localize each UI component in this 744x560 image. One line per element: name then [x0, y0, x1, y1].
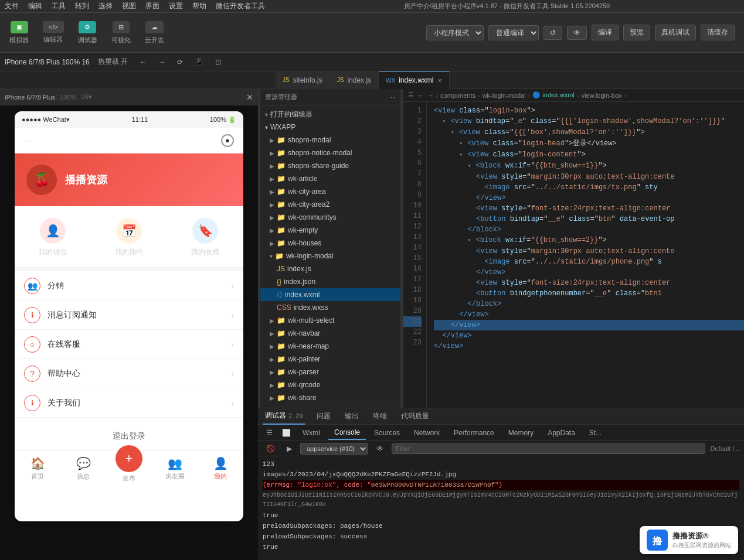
- tree-index-json[interactable]: {} index.json: [260, 275, 400, 288]
- tab-index-wxml[interactable]: WX index.wxml ✕: [379, 71, 449, 89]
- cloud-button[interactable]: ☁: [145, 21, 164, 33]
- tree-shopro-notice[interactable]: ▶ 📁 shopro-notice-modal: [260, 146, 400, 159]
- memory-tab-label: Memory: [508, 429, 534, 437]
- chevron-right-icon-15: ▶: [270, 382, 274, 388]
- menu-interface[interactable]: 界面: [145, 1, 159, 11]
- phone-btn[interactable]: 📱: [191, 57, 207, 67]
- file-tree-more-icon[interactable]: ···: [390, 94, 396, 101]
- code-breadcrumb: ☰ ← → / components › wk-login-modal › 🔵 …: [403, 89, 744, 102]
- menu-wechat-tools[interactable]: 微信开发者工具: [216, 1, 265, 11]
- tree-wk-city-area2[interactable]: ▶ 📁 wk-city-area2: [260, 198, 400, 211]
- folder-icon-navbar: 📁: [277, 329, 286, 337]
- layout-btn[interactable]: ⊡: [212, 57, 225, 67]
- chevron-right-icon: ▶: [270, 137, 274, 144]
- menu-item-about[interactable]: ℹ 关于我们 ›: [15, 388, 243, 418]
- editor-button[interactable]: </>: [43, 21, 64, 33]
- back-btn[interactable]: ←: [136, 57, 150, 67]
- tree-wk-multi-select[interactable]: ▶ 📁 wk-multi-select: [260, 314, 400, 327]
- tree-wk-article[interactable]: ▶ 📁 wk-article: [260, 172, 400, 185]
- tree-wk-painter[interactable]: ▶ 📁 wk-painter: [260, 353, 400, 366]
- tree-index-wxss-label: index.wxss: [294, 303, 328, 312]
- mode-select[interactable]: 小程序模式: [426, 25, 484, 40]
- breadcrumb-back-icon[interactable]: ←: [417, 92, 424, 99]
- folder-icon-notice: 📁: [277, 149, 286, 157]
- tree-wk-city-area[interactable]: ▶ 📁 wk-city-area: [260, 185, 400, 198]
- menu-item-help[interactable]: ? 帮助中心 ›: [15, 359, 243, 388]
- tree-wk-near-map[interactable]: ▶ 📁 wk-near-map: [260, 340, 400, 353]
- tree-wk-parser[interactable]: ▶ 📁 wk-parser: [260, 366, 400, 378]
- tree-shopro-modal[interactable]: ▶ 📁 shopro-modal: [260, 134, 400, 146]
- tree-wk-qrcode[interactable]: ▶ 📁 wk-qrcode: [260, 378, 400, 391]
- menu-goto[interactable]: 转到: [75, 1, 89, 11]
- compile-button[interactable]: 编译: [592, 25, 619, 40]
- dt-tab-st[interactable]: St...: [583, 426, 607, 439]
- publish-button[interactable]: +: [115, 445, 142, 472]
- menu-help[interactable]: 帮助: [192, 1, 206, 11]
- dt-tab-appdata[interactable]: AppData: [542, 426, 581, 439]
- wxapp-root[interactable]: ▾ WXAPP: [260, 121, 400, 134]
- tree-shopro-share[interactable]: ▶ 📁 shopro-share-guide: [260, 159, 400, 172]
- tree-wk-navbar[interactable]: ▶ 📁 wk-navbar: [260, 327, 400, 340]
- nav-home[interactable]: 🏠 首页: [15, 451, 60, 486]
- wxss-file-icon: CSS: [277, 303, 291, 312]
- simulator-button[interactable]: ▣: [11, 21, 28, 33]
- compile-select[interactable]: 普通编译: [488, 25, 539, 40]
- menu-item-subscription[interactable]: ℹ 消息订阅通知 ›: [15, 301, 243, 330]
- dt-tab-sources[interactable]: Sources: [403, 426, 406, 439]
- menu-item-customer-service[interactable]: ○ 在线客服 ›: [15, 330, 243, 359]
- menu-select[interactable]: 选择: [98, 1, 113, 11]
- wallet-item[interactable]: 👤 我的钱包: [15, 218, 91, 257]
- breadcrumb-forward-icon[interactable]: →: [427, 92, 434, 99]
- clear-save-button[interactable]: 清缓存: [701, 25, 735, 40]
- nav-publish[interactable]: + 发布: [106, 451, 152, 486]
- menu-file[interactable]: 文件: [5, 1, 19, 11]
- tree-wk-communitys[interactable]: ▶ 📁 wk-communitys: [260, 211, 400, 224]
- tree-wk-share[interactable]: ▶ 📁 wk-share: [260, 391, 400, 404]
- preview-btn2[interactable]: 预览: [623, 25, 650, 40]
- refresh-button[interactable]: ↺: [543, 26, 562, 40]
- breadcrumb-index-wxml: 🔵 index.wxml: [532, 91, 574, 99]
- nav-community[interactable]: 👥 房友圈: [152, 451, 198, 486]
- menu-settings[interactable]: 设置: [169, 1, 183, 11]
- menu-tools[interactable]: 工具: [52, 1, 66, 11]
- console-filter-input[interactable]: [403, 443, 705, 454]
- menu-item-distribution[interactable]: 👥 分销 ›: [15, 271, 243, 301]
- tab-siteinfo-js[interactable]: JS siteinfo.js: [276, 71, 330, 89]
- dt-tab-network[interactable]: Network: [408, 426, 446, 439]
- console-line-1: 123: [403, 459, 739, 469]
- debugger-button[interactable]: ⚙: [79, 21, 96, 33]
- sim-close-icon[interactable]: ✕: [246, 93, 253, 102]
- dt-tab-memory[interactable]: Memory: [502, 426, 539, 439]
- tree-index-wxss[interactable]: CSS index.wxss: [260, 301, 400, 314]
- devtools-tabs: ☰ ⬜ Wxml Console Sources Network Perform…: [403, 425, 744, 441]
- tab-close-icon[interactable]: ✕: [437, 77, 442, 84]
- preview-button[interactable]: 👁: [567, 26, 587, 40]
- bp-tab-code-quality[interactable]: 代码质量: [403, 408, 432, 425]
- tree-wk-houses[interactable]: ▶ 📁 wk-houses: [260, 237, 400, 250]
- tab-index-js[interactable]: JS index.js: [330, 71, 379, 89]
- json-file-icon: {}: [277, 278, 281, 286]
- tree-wk-houses-label: wk-houses: [288, 239, 321, 247]
- menu-distribution-label: 分销: [47, 281, 224, 291]
- forward-btn[interactable]: →: [155, 57, 169, 67]
- real-debug-button[interactable]: 真机调试: [655, 25, 696, 40]
- tree-index-wxml[interactable]: ⟨⟩ index.wxml: [260, 288, 400, 301]
- open-editors-header[interactable]: ▾ 打开的编辑器: [260, 108, 400, 121]
- tab-siteinfo-label: siteinfo.js: [293, 76, 322, 84]
- refresh-btn[interactable]: ⟳: [174, 57, 186, 67]
- tree-wk-empty[interactable]: ▶ 📁 wk-empty: [260, 224, 400, 237]
- favorites-item[interactable]: 🔖 我的收藏: [167, 218, 243, 257]
- tree-wk-login-modal[interactable]: ▾ 📁 wk-login-modal: [260, 250, 400, 262]
- nav-message[interactable]: 💬 信息: [60, 451, 106, 486]
- tree-wk-login-modal-label: wk-login-modal: [286, 252, 334, 260]
- visualize-button[interactable]: ⊞: [113, 21, 130, 33]
- menu-subscription-label: 消息订阅通知: [47, 310, 224, 320]
- hot-reload-btn[interactable]: 热重载 开: [94, 56, 131, 68]
- menu-view[interactable]: 视图: [122, 1, 136, 11]
- nav-mine[interactable]: 👤 我的: [198, 451, 243, 486]
- simulator-group: ▣ 模拟器: [9, 21, 29, 45]
- tree-index-js[interactable]: JS index.js: [260, 262, 400, 275]
- appointment-item[interactable]: 📅 我的预约: [91, 218, 167, 257]
- dt-tab-performance[interactable]: Performance: [448, 426, 500, 439]
- menu-edit[interactable]: 编辑: [28, 1, 42, 11]
